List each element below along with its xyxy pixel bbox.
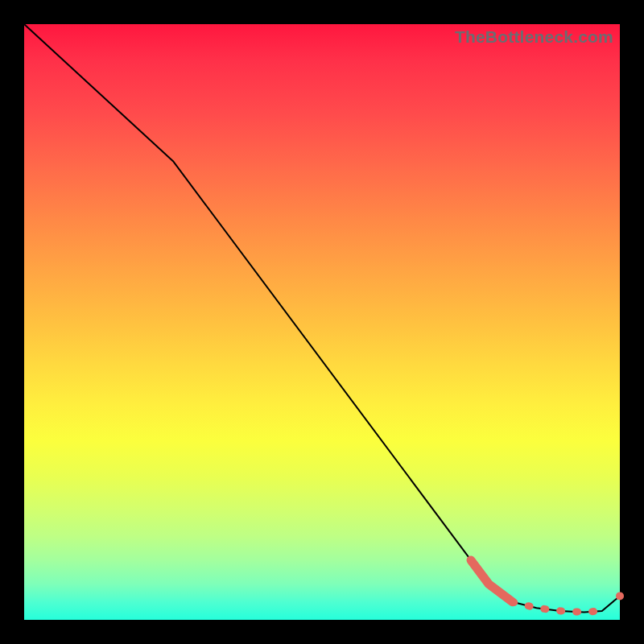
chart-overlay [24,24,620,620]
marker-end-marker [616,592,624,600]
chart-canvas: TheBottleneck.com [0,0,644,644]
series-salmon-dashed-tail [513,602,602,613]
series-thin-black-curve [24,24,620,612]
series-thick-salmon-segment [471,560,513,602]
plot-area: TheBottleneck.com [24,24,620,620]
